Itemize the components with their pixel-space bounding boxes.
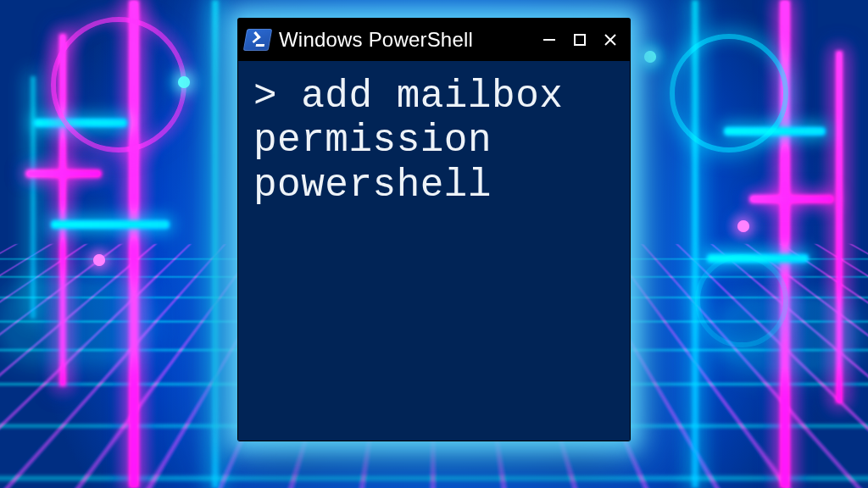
neon-blob xyxy=(8,288,144,356)
neon-bar xyxy=(25,169,102,178)
neon-dot xyxy=(93,254,105,266)
neon-dot xyxy=(737,220,749,232)
window-controls xyxy=(540,30,621,49)
maximize-button[interactable] xyxy=(570,30,589,49)
close-button[interactable] xyxy=(601,30,620,49)
neon-dot xyxy=(644,51,656,63)
close-icon xyxy=(603,32,618,47)
neon-dot xyxy=(178,76,190,88)
powershell-icon xyxy=(243,29,273,51)
svg-rect-1 xyxy=(575,35,585,45)
minimize-icon xyxy=(542,32,557,47)
terminal-body[interactable]: > add mailbox permission powershell xyxy=(238,61,630,441)
powershell-window: Windows PowerShell > add mailbox permiss… xyxy=(238,19,630,441)
minimize-button[interactable] xyxy=(540,30,559,49)
prompt-symbol: > xyxy=(253,75,301,119)
window-title: Windows PowerShell xyxy=(279,28,531,52)
neon-ring xyxy=(51,17,186,152)
maximize-icon xyxy=(573,33,587,47)
neon-bar xyxy=(51,220,170,229)
neon-bar xyxy=(31,76,36,319)
command-text: add mailbox permission powershell xyxy=(253,75,587,208)
neon-blob xyxy=(724,305,851,364)
terminal-line: > add mailbox permission powershell xyxy=(253,75,615,208)
titlebar[interactable]: Windows PowerShell xyxy=(238,19,630,61)
neon-ring xyxy=(670,34,788,152)
neon-bar xyxy=(749,195,834,203)
neon-bar xyxy=(212,0,219,488)
